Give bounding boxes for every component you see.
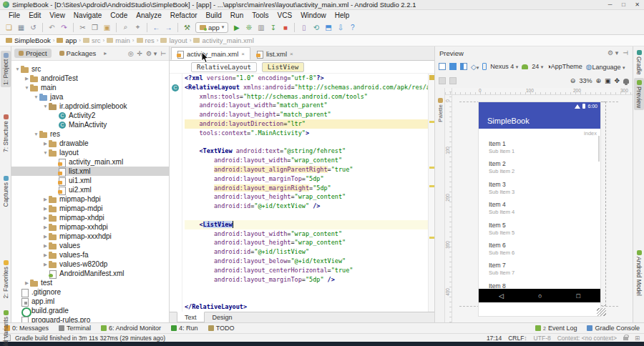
back-icon[interactable]: ← (150, 21, 162, 34)
breadcrumb-item[interactable]: SimpleBook (6, 36, 51, 44)
close-button[interactable]: ✕ (630, 1, 644, 8)
list-item[interactable]: Item 4Sub Item 4 (489, 201, 593, 221)
menu-navigate[interactable]: Navigate (69, 11, 106, 19)
list-item[interactable]: Item 1Sub Item 1 (489, 140, 593, 160)
preview-resize-handle[interactable] (597, 308, 606, 316)
code-editor[interactable]: <?xml version="1.0" encoding="utf-8"?><R… (182, 74, 428, 312)
tree-expand-arrow[interactable]: ▼ (33, 132, 39, 137)
tree-item-androidmanifest-xml[interactable]: AndroidManifest.xml (11, 269, 169, 278)
class-gutter-icon[interactable]: C (172, 84, 179, 92)
tree-item-layout[interactable]: ▼layout (11, 148, 169, 157)
inspection-status-icon[interactable] (429, 75, 434, 80)
tree-expand-arrow[interactable]: ▶ (42, 252, 49, 258)
menu-run[interactable]: Run (226, 11, 248, 19)
editor-scrollbar[interactable] (428, 74, 434, 312)
toolwindow-button-event-log[interactable]: 2Event Log (535, 325, 577, 332)
preview-hide-icon[interactable]: ⊣ (623, 49, 628, 56)
run-icon[interactable]: ▶ (230, 21, 243, 34)
highlighting-level-icon[interactable]: ⊞ (635, 335, 640, 342)
editor-tab-list-xml[interactable]: list.xml× (250, 47, 299, 60)
redo-icon[interactable]: ↷ (58, 21, 70, 34)
minimize-button[interactable]: ─ (603, 1, 617, 8)
tree-item-list-xml[interactable]: list.xml (11, 167, 169, 176)
tree-expand-arrow[interactable]: ▼ (42, 104, 49, 109)
menu-window[interactable]: Window (296, 11, 331, 19)
forward-icon[interactable]: → (162, 21, 175, 34)
tree-expand-arrow[interactable]: ▼ (24, 85, 30, 90)
tree-item-test[interactable]: ▶test (11, 278, 169, 287)
preview-canvas[interactable]: 0100200300 0100200300400 6:00 SimpleBook (445, 88, 633, 322)
editor-mode-tab-text[interactable]: Text (177, 312, 205, 322)
toolwindow-tab-2-favorites[interactable]: 2: Favorites (1, 258, 11, 300)
tree-expand-arrow[interactable]: ▶ (42, 262, 49, 267)
preview-mode-blueprint-icon[interactable] (449, 63, 457, 70)
tree-item-ir-apdroid-simplebook[interactable]: ▼ir.apdroid.simplebook (11, 102, 169, 111)
preview-settings-gear-icon[interactable]: ⚙ ▾ (608, 49, 618, 56)
coverage-icon[interactable]: ▥ (255, 21, 267, 34)
tree-expand-arrow[interactable]: ▶ (24, 280, 30, 286)
save-all-icon[interactable]: ▦ (15, 21, 27, 34)
run-configuration-select[interactable]: app▾ (195, 22, 228, 33)
breadcrumb-item[interactable]: app (57, 36, 77, 44)
editor-mode-tab-design[interactable]: Design (205, 312, 240, 322)
cut-icon[interactable]: ✂ (77, 21, 89, 34)
breadcrumb-item[interactable]: res (137, 36, 155, 44)
tree-item--gitignore[interactable]: .gitignore (11, 287, 169, 297)
zoom-out-button[interactable]: ⊖ (570, 77, 576, 84)
open-folder-icon[interactable]: ❏ (3, 21, 15, 34)
tag-breadcrumb-listview[interactable]: ListView (262, 62, 304, 72)
toolwindow-button-todo[interactable]: TODO (208, 325, 235, 332)
device-preview[interactable]: 6:00 SimpleBook index Item 1Sub Item 1It… (479, 102, 600, 316)
tree-expand-arrow[interactable]: ▼ (33, 94, 39, 99)
download-icon[interactable]: ⇩ (334, 21, 346, 34)
menu-edit[interactable]: Edit (24, 11, 45, 19)
list-item[interactable]: Item 3Sub Item 3 (489, 181, 593, 201)
tree-expand-arrow[interactable]: ▶ (42, 215, 49, 221)
toolwindow-tab-7-structure[interactable]: 7: Structure (1, 112, 11, 154)
collapse-all-icon[interactable]: ✛ (137, 50, 143, 57)
tree-expand-arrow[interactable]: ▶ (42, 234, 49, 239)
avd-manager-icon[interactable]: ▯ (298, 21, 310, 34)
list-item[interactable]: Item 6Sub Item 6 (489, 242, 593, 262)
tree-item-values[interactable]: ▶values (11, 241, 169, 250)
toolwindow-tab-captures[interactable]: Captures (1, 174, 11, 209)
tree-expand-arrow[interactable]: ▶ (42, 197, 49, 202)
sdk-manager-icon[interactable]: ⬒ (322, 21, 334, 34)
tree-item-mipmap-xxxhdpi[interactable]: ▶mipmap-xxxhdpi (11, 232, 169, 241)
list-item[interactable]: Item 5Sub Item 5 (489, 222, 593, 242)
attach-debugger-icon[interactable]: ↧ (267, 21, 279, 34)
toolwindow-tab-android-model[interactable]: Android Model (634, 248, 644, 298)
device-select[interactable]: Nexus 4 ▾ (490, 63, 518, 70)
notifications-bell-icon[interactable] (623, 79, 629, 84)
menu-analyze[interactable]: Analyze (132, 11, 166, 19)
menu-view[interactable]: View (45, 11, 69, 19)
pan-tool-icon[interactable]: ✥ (614, 77, 620, 84)
tree-item-res[interactable]: ▼res (11, 129, 169, 139)
menu-file[interactable]: File (4, 11, 24, 19)
maximize-button[interactable]: □ (617, 1, 630, 8)
theme-select[interactable]: ◑AppTheme (547, 63, 582, 70)
menu-refactor[interactable]: Refactor (166, 11, 202, 19)
toolwindow-button-terminal[interactable]: Terminal (59, 325, 91, 332)
breadcrumb-item[interactable]: src (83, 36, 101, 44)
orientation-icon[interactable]: ◇▾ (471, 63, 479, 71)
tree-item-src[interactable]: ▼src (11, 64, 169, 74)
api-level-select[interactable]: 24 ▾ (532, 63, 543, 70)
tree-expand-arrow[interactable]: ▼ (42, 150, 49, 155)
preview-mode-both-icon[interactable] (460, 63, 467, 70)
line-ending-select[interactable]: CRLF↕ (508, 335, 527, 342)
locate-icon[interactable]: ◎ (128, 50, 134, 57)
zoom-in-button[interactable]: ⊕ (595, 77, 601, 84)
tree-expand-arrow[interactable]: ▼ (14, 66, 21, 71)
menu-code[interactable]: Code (106, 11, 132, 19)
make-project-icon[interactable]: ⚒ (181, 21, 193, 34)
toolwindow-tab-gradle[interactable]: Gradle (634, 48, 644, 77)
hide-panel-icon[interactable]: ⊢ (160, 50, 166, 57)
tree-expand-arrow[interactable]: ▶ (42, 224, 49, 230)
editor-tab-activity-main-xml[interactable]: activity_main.xml× (171, 47, 250, 60)
chevron-right-icon[interactable]: ▸ (104, 50, 107, 56)
readonly-lock-icon[interactable] (623, 337, 628, 340)
project-view-tab-project[interactable]: Project (14, 49, 52, 58)
tree-item-app-iml[interactable]: app.iml (11, 297, 169, 306)
close-icon[interactable]: × (290, 51, 293, 57)
